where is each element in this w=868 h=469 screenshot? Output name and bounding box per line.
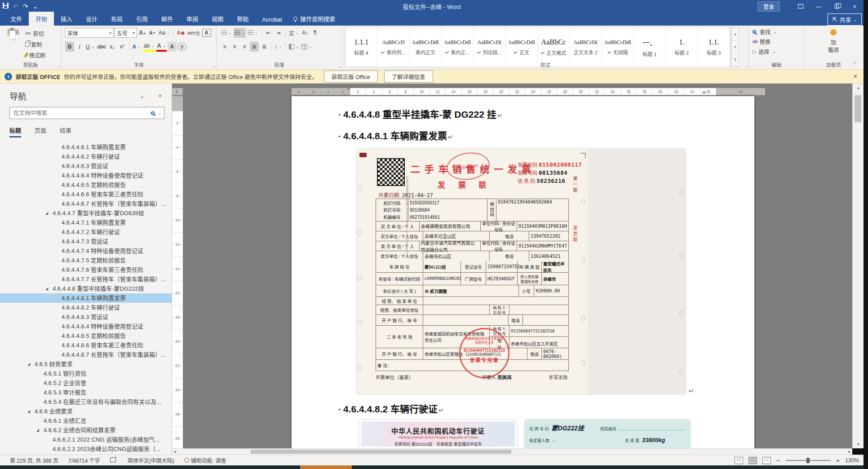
font-dialog-launcher-icon[interactable]: ⌟	[213, 63, 215, 68]
vehicle-license-back-image[interactable]: 号 牌 号 码 蒙DG222挂 档案编号 核定载人数 -- 总 质 量 3380…	[525, 420, 690, 448]
nav-heading-item[interactable]: ◢4.6.6.2 业绩合同和结算发票	[0, 425, 172, 435]
nav-heading-item[interactable]: ◢4.6.4.4.7.2 车辆行驶证	[0, 227, 172, 237]
minimize-button[interactable]: —	[810, 3, 828, 10]
scroll-up-icon[interactable]: ▴	[853, 85, 864, 90]
collapse-triangle-icon[interactable]: ◢	[45, 208, 48, 218]
gallery-up-icon[interactable]: ▴	[732, 27, 739, 40]
shading-button[interactable]: ⌄	[288, 42, 300, 52]
nav-heading-item[interactable]: ◢4.6.4.4.8.3 营运证	[0, 312, 172, 322]
nav-heading-item[interactable]: ◢4.6.4.4.7.3 营运证	[0, 237, 172, 246]
nav-heading-item[interactable]: ◢4.6.6 业绩要求	[0, 407, 172, 416]
accessibility-status[interactable]: 辅助功能: 调查	[184, 456, 226, 464]
enclose-characters-button[interactable]: 字	[177, 43, 186, 51]
language-indicator[interactable]: 简体中文(中国大陆)	[128, 456, 174, 464]
nav-heading-item[interactable]: ◢4.6.4.4.7.7 长管拖车（管束车集装箱）...	[0, 274, 172, 284]
scroll-left-icon[interactable]: ◂	[174, 449, 176, 454]
align-left-button[interactable]: ≡	[220, 42, 229, 52]
nav-heading-item[interactable]: ◢4.6.5.4 在最近三年没有与骗取合同有关以及...	[0, 397, 172, 407]
doc-heading-2[interactable]: ▪4.6.4.4.8.1 车辆购置发票↵	[339, 128, 453, 142]
bullets-button[interactable]: ⌄	[220, 28, 233, 38]
first-line-indent-marker[interactable]	[347, 88, 350, 91]
zoom-in-button[interactable]: +	[836, 456, 840, 464]
horizontal-scroll-thumb[interactable]	[251, 450, 511, 454]
ribbon-tab[interactable]: 文件	[4, 12, 29, 26]
sort-button[interactable]: A↓	[301, 28, 310, 38]
nav-heading-item[interactable]: ◢4.6.4.4.8.1 车辆购置发票	[0, 293, 172, 303]
distribute-button[interactable]: ≣	[260, 42, 269, 52]
ribbon-tab[interactable]: 帮助	[230, 12, 255, 26]
clipboard-dialog-launcher-icon[interactable]: ⌟	[58, 63, 60, 68]
underline-button[interactable]: U⌄	[85, 42, 95, 52]
highlight-button[interactable]: ab⌄	[143, 42, 155, 52]
print-layout-button[interactable]	[748, 457, 757, 464]
align-right-button[interactable]: ≡	[240, 42, 249, 52]
zoom-slider-thumb[interactable]	[806, 458, 810, 463]
italic-button[interactable]: I	[75, 42, 84, 52]
tell-me-search[interactable]: 操作说明搜索	[289, 12, 340, 26]
vertical-scrollbar[interactable]: ▴ ▾	[852, 84, 864, 448]
increase-indent-button[interactable]: ⇥	[274, 28, 283, 38]
nav-heading-item[interactable]: ◢4.6.4.4.8 重型半挂撬车-蒙DG222挂	[0, 284, 172, 293]
signin-button[interactable]: 登录	[757, 1, 780, 12]
clear-formatting-button[interactable]: A◆	[176, 28, 186, 38]
font-color-button[interactable]: A⌄	[156, 42, 167, 52]
line-spacing-button[interactable]: ↕⌄	[274, 42, 283, 52]
copy-button[interactable]: 复制	[30, 39, 43, 49]
change-case-button[interactable]: Aa⌄	[158, 28, 171, 38]
nav-heading-item[interactable]: ◢4.6.4.4.6.2 车辆行驶证	[0, 152, 172, 161]
gallery-down-icon[interactable]: ▾	[732, 40, 739, 53]
nav-heading-item[interactable]: ◢4.6.4.4.6.5 定期检验报告	[0, 180, 172, 190]
nav-search-box[interactable]: ⌄	[9, 107, 164, 119]
ribbon-tab[interactable]: Acrobat	[255, 13, 289, 26]
nav-heading-item[interactable]: ◢4.6.5.3 审计报告	[0, 388, 172, 397]
nav-heading-item[interactable]: ◢4.6.6.1 业绩汇总	[0, 416, 172, 425]
nav-heading-item[interactable]: ◢4.6.4.4.8.5 定期检验报告	[0, 331, 172, 341]
character-border-button[interactable]: A	[202, 29, 211, 37]
nav-pane-close-icon[interactable]: ×	[158, 93, 162, 99]
decrease-indent-button[interactable]: ⇤	[264, 28, 273, 38]
font-family-select[interactable]: 宋体▾	[65, 28, 114, 38]
invoice-image[interactable]: 二 手 车 销 售 统 一 发 票 国家税务总局 发 票 联 发票代码 0150…	[357, 149, 686, 394]
close-button[interactable]: ×	[846, 3, 864, 10]
format-painter-button[interactable]: 格式刷	[28, 50, 46, 60]
collapse-triangle-icon[interactable]: ◢	[27, 407, 30, 416]
strikethrough-button[interactable]: abc	[96, 42, 106, 52]
restore-button[interactable]	[828, 3, 846, 10]
collapse-triangle-icon[interactable]: ◢	[45, 284, 48, 293]
ribbon-tab[interactable]: 引用	[129, 12, 155, 26]
nav-heading-item[interactable]: ◢4.6.4.4.6.4 特种设备使用登记证	[0, 171, 172, 180]
nav-heading-item[interactable]: ◢4.6.5.2 企业信誉	[0, 378, 172, 388]
justify-button[interactable]: ≣	[250, 42, 259, 52]
word-count[interactable]: 7/48714 个字	[68, 456, 100, 464]
nav-pane-tab[interactable]: 页面	[35, 126, 46, 137]
nav-heading-item[interactable]: ◢4.6.5 财务要求	[0, 359, 172, 369]
superscript-button[interactable]: x²	[118, 42, 127, 52]
vehicle-license-front-image[interactable]: 中华人民共和国机动车行驶证 Vehicle License of the Peo…	[359, 420, 517, 448]
nav-pane-tab[interactable]: 结果	[60, 126, 71, 137]
paragraph-dialog-launcher-icon[interactable]: ⌟	[339, 63, 341, 68]
ribbon-display-options-icon[interactable]	[792, 3, 810, 10]
styles-dialog-launcher-icon[interactable]: ⌟	[745, 63, 747, 68]
nav-heading-item[interactable]: ◢4.6.4.4.7.5 定期检验报告	[0, 256, 172, 265]
cut-button[interactable]: 剪切	[32, 28, 44, 38]
nav-heading-item[interactable]: ◢4.6.4.4.8.2 车辆行驶证	[0, 303, 172, 312]
find-button[interactable]: 查找⌄	[753, 28, 800, 35]
align-center-button[interactable]: ≡	[230, 42, 239, 52]
nav-pane-tab[interactable]: 标题	[9, 126, 21, 137]
character-shading-button[interactable]: A	[168, 42, 177, 52]
ribbon-tab[interactable]: 开始	[29, 12, 54, 26]
proofing-icon[interactable]	[110, 457, 118, 464]
show-marks-button[interactable]: ¶	[310, 28, 319, 38]
asian-layout-button[interactable]: 文⌄	[288, 28, 300, 38]
collapse-triangle-icon[interactable]: ◢	[36, 425, 39, 435]
borders-button[interactable]: ⌄	[301, 42, 313, 52]
scroll-down-icon[interactable]: ▾	[853, 442, 864, 447]
nav-heading-item[interactable]: ◢4.6.4.4.8.4 特种设备使用登记证	[0, 322, 172, 331]
numbering-button[interactable]: ⌄	[234, 28, 246, 38]
nav-search-input[interactable]	[13, 110, 151, 117]
zoom-out-button[interactable]: −	[776, 456, 780, 464]
collapse-ribbon-icon[interactable]: ⌃	[853, 61, 857, 67]
paste-button[interactable]: 粘贴⌄	[4, 28, 23, 60]
nav-pane-options-icon[interactable]: ⌄	[140, 93, 145, 99]
phonetic-guide-button[interactable]: wén文	[186, 28, 201, 38]
